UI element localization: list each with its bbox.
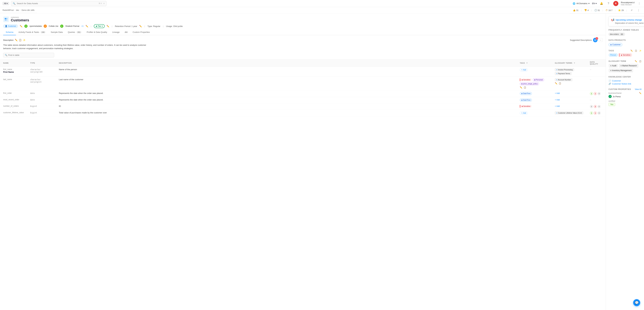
clock-stat[interactable]: 🕐 31 <box>594 9 600 12</box>
tab-sample[interactable]: Sample Data <box>48 29 65 35</box>
breadcrumb-dev[interactable]: dev <box>16 9 19 11</box>
tab-dbt[interactable]: dbt <box>122 29 130 35</box>
owner-customer-chip[interactable]: 👤 Customer <box>3 24 18 28</box>
tabs-bar: Schema Activity Feeds & Tasks 246 Sample… <box>0 29 606 35</box>
data-product-customer[interactable]: ◈ Customer <box>608 43 622 46</box>
help-button[interactable]: ? <box>606 1 611 6</box>
edit-owner-icon[interactable]: ✏️ <box>20 25 22 28</box>
jo-perez-name[interactable]: Jo Perez <box>613 95 621 98</box>
tab-lineage[interactable]: Lineage <box>110 29 122 35</box>
owner-openmetadata-label[interactable]: openmetadata <box>30 25 42 27</box>
chat-button[interactable]: 💬 <box>633 299 640 306</box>
col-header-glossary: GLOSSARY TERMS ▼ <box>552 59 587 67</box>
knowledge-customer-link[interactable]: 📄 Customer <box>608 80 642 82</box>
language-selector[interactable]: EN ▾ <box>592 2 597 5</box>
quality-neutral-dot: 0 <box>590 105 593 108</box>
col-quality-cell: -- <box>587 67 606 77</box>
copy-glossary-icon[interactable]: 📋 <box>559 82 561 85</box>
tag-personal[interactable]: ◈ Personal <box>533 78 544 81</box>
tag-sensitive[interactable]: ◈ Sensitive <box>520 78 532 81</box>
tag-datetime[interactable]: ◈ DateTime <box>520 92 532 95</box>
owner-more-button[interactable]: +1 <box>82 25 84 27</box>
add-tag-button[interactable]: + Add <box>520 68 528 71</box>
ai-description-icon[interactable]: ✨ <box>23 39 26 41</box>
edit-business-owner-icon[interactable]: ✏️ <box>639 92 642 94</box>
tag-sensitive[interactable]: ◈ Sensitive <box>520 105 532 108</box>
asset-header: customers Customers 👤 Customer ✏️ O open… <box>0 14 606 28</box>
view-all-button[interactable]: View All <box>635 88 642 90</box>
glossary-audit[interactable]: ≡ Audit <box>609 64 618 67</box>
star-button[interactable]: ⭐ 29 <box>618 9 624 12</box>
ai-tags-panel-icon[interactable]: ✨ <box>639 50 642 52</box>
edit-description-icon[interactable]: ✏️ <box>15 39 18 41</box>
tag-datetime[interactable]: ◈ DateTime <box>520 99 532 102</box>
glossary-chip-clv[interactable]: ≡ Customer Lifetime Value (CLV) <box>555 111 583 114</box>
joined-table-chip[interactable]: dev.orders 30 <box>608 33 625 36</box>
add-glossary-button[interactable]: + Add <box>555 99 560 101</box>
add-glossary-button[interactable]: + Add <box>555 105 560 107</box>
tab-profiler[interactable]: Profiler & Data Quality <box>84 29 110 35</box>
panel-tag-sensitive[interactable]: ◈ Sensitive <box>619 53 632 57</box>
breadcrumb-redshiftprod[interactable]: RedshiftProd <box>2 9 14 11</box>
tag-price-policy[interactable]: ◈ price_range_policy <box>520 82 539 85</box>
edit-glossary-panel-icon[interactable]: ✏️ <box>635 60 637 62</box>
glossary-container: ≡ Account Number <box>555 78 584 81</box>
glossary-chip-payment[interactable]: ≡ Payment Terms <box>555 72 572 75</box>
search-pill[interactable]: All ▾ <box>2 2 9 5</box>
business-owner-value: J Jo Perez <box>608 95 642 98</box>
search-bar[interactable]: 🔍 ⌘ K ✕ <box>11 1 106 6</box>
owner-collatejoe-label[interactable]: Collate Joe <box>49 25 58 27</box>
avatar[interactable]: R <box>613 1 618 6</box>
thumbs-up-button[interactable]: 👍 31 <box>573 9 578 12</box>
glossary-market-research[interactable]: ≡ Market Research <box>619 64 638 67</box>
col-header-quality: DATA QUALITY <box>587 59 606 67</box>
tags-filter-icon[interactable]: ▼ <box>526 62 528 64</box>
notifications-button[interactable]: 🔔 <box>599 1 604 6</box>
edit-owners-icon[interactable]: ✏️ <box>86 25 88 28</box>
tags-section: Tags ✏️ 📋 ✨ Person ◈ Sensitive <box>608 50 642 57</box>
copy-glossary-panel-icon[interactable]: 📋 <box>639 60 642 62</box>
panel-tag-person[interactable]: Person <box>609 53 618 57</box>
breadcrumb-demo[interactable]: Demo dbt Jaffe <box>22 9 34 11</box>
asset-meta-row: 👤 Customer ✏️ O openmetadata C Collate J… <box>3 24 602 28</box>
glossary-chip-invoice[interactable]: ≡ Invoice Processing <box>555 68 574 71</box>
glossary-inventory[interactable]: ≡ Inventory Management <box>609 69 633 72</box>
glossary-icon: ≡ <box>610 65 611 67</box>
copy-tags-panel-icon[interactable]: 📋 <box>635 50 637 52</box>
tab-queries[interactable]: Queries 261 <box>65 29 84 35</box>
tags-list: Person ◈ Sensitive <box>608 53 642 57</box>
add-tag-button[interactable]: + Add <box>520 111 528 115</box>
clear-search-icon[interactable]: ✕ <box>103 3 105 5</box>
share-button[interactable]: ↗ <box>629 8 634 13</box>
table-search-input[interactable] <box>3 53 54 57</box>
domain-selector[interactable]: 🌐 All Domains ▾ <box>573 2 590 5</box>
edit-tags-panel-icon[interactable]: ✏️ <box>630 50 633 52</box>
tab-activity[interactable]: Activity Feeds & Tasks 246 <box>16 29 48 35</box>
search-input[interactable] <box>17 2 97 5</box>
breadcrumb: RedshiftProd / dev / Demo dbt Jaffe <box>0 8 37 13</box>
table-search-wrapper: 🔍 <box>3 53 54 57</box>
panel-toggle-button[interactable]: › <box>599 38 602 42</box>
edit-tier-icon[interactable]: ✏️ <box>106 25 109 28</box>
more-options-button[interactable]: ⋮ <box>637 1 642 6</box>
timer-stat[interactable]: ⏱ 18.7 <box>606 9 612 12</box>
thumbs-down-button[interactable]: 👎 4 <box>584 9 588 12</box>
glossary-actions: ✏️ 📋 <box>634 60 642 62</box>
glossary-filter-icon[interactable]: ▼ <box>574 62 575 64</box>
copy-tags-icon[interactable]: 📋 <box>524 86 526 89</box>
suggested-badge[interactable]: 4 <box>593 38 598 42</box>
quality-dots: 1 1 0 <box>590 111 602 115</box>
tab-schema[interactable]: Schema <box>3 29 16 35</box>
glossary-chip-account[interactable]: ≡ Account Number <box>555 78 572 81</box>
edit-glossary-icon[interactable]: ✏️ <box>555 82 557 85</box>
asset-more-button[interactable]: ⋮ <box>636 8 641 13</box>
tier-chip[interactable]: ◈ Tier 1 <box>94 24 105 28</box>
add-glossary-button[interactable]: + Add <box>555 92 560 94</box>
edit-retention-icon[interactable]: ✏️ <box>139 25 142 28</box>
knowledge-notion-link[interactable]: 🔗 Customer Notion link <box>608 83 642 85</box>
edit-tags-icon[interactable]: ✏️ <box>520 86 522 89</box>
owner-shailesh-label[interactable]: Shailesh Parmar <box>65 25 80 27</box>
announcement-body: Deprecation of column first_name <box>611 22 644 24</box>
tab-custom[interactable]: Custom Properties <box>130 29 152 35</box>
copy-description-icon[interactable]: 📋 <box>19 39 22 41</box>
